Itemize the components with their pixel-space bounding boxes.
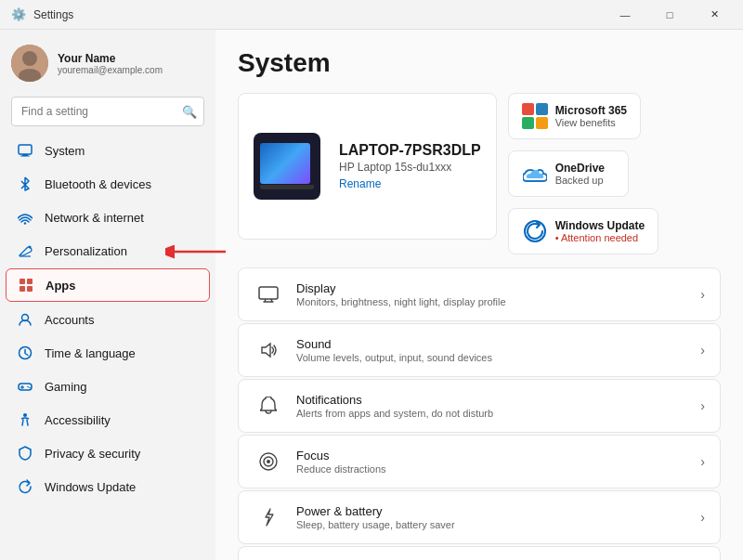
winupdate-status[interactable]: Windows Update • Attention needed (508, 208, 659, 254)
device-info: LAPTOP-7PSR3DLP HP Laptop 15s-du1xxx Ren… (339, 142, 481, 191)
title-bar-left: ⚙️ Settings (11, 7, 73, 21)
nav-accessibility-label: Accessibility (45, 413, 111, 427)
bluetooth-icon (17, 176, 33, 192)
setting-display[interactable]: Display Monitors, brightness, night ligh… (238, 267, 721, 321)
svg-rect-3 (19, 145, 32, 154)
power-chevron: › (700, 510, 705, 525)
nav-system-label: System (45, 144, 85, 158)
gaming-icon (17, 378, 33, 395)
nav-gaming[interactable]: Gaming (6, 371, 210, 402)
nav-privacy[interactable]: Privacy & security (6, 437, 210, 469)
accounts-icon (17, 311, 33, 328)
laptop-base (260, 185, 314, 189)
nav-accessibility[interactable]: Accessibility (6, 404, 210, 436)
search-input[interactable] (11, 97, 204, 126)
accessibility-icon (17, 411, 33, 428)
winupdate-subtitle: • Attention needed (555, 232, 645, 243)
ms365-subtitle: View benefits (555, 117, 627, 128)
rename-link[interactable]: Rename (339, 177, 381, 190)
laptop-screen (260, 143, 310, 184)
device-image (254, 133, 320, 200)
sound-text: Sound Volume levels, output, input, soun… (296, 337, 687, 363)
notifications-text: Notifications Alerts from apps and syste… (296, 393, 687, 419)
winupdate-text: Windows Update • Attention needed (555, 219, 645, 243)
search-icon: 🔍 (182, 105, 197, 119)
power-icon (254, 502, 283, 532)
display-title: Display (296, 281, 687, 295)
nav-network[interactable]: Network & internet (6, 202, 210, 233)
device-card: LAPTOP-7PSR3DLP HP Laptop 15s-du1xxx Ren… (238, 93, 497, 240)
focus-text: Focus Reduce distractions (296, 449, 687, 475)
svg-point-33 (267, 460, 270, 463)
privacy-icon (17, 445, 33, 462)
notifications-title: Notifications (296, 393, 687, 407)
system-icon (17, 142, 33, 159)
svg-point-20 (23, 413, 27, 417)
sound-icon (254, 335, 283, 365)
title-bar: ⚙️ Settings — □ ✕ (0, 0, 743, 30)
nav-personalization-label: Personalization (45, 244, 127, 258)
nav-update[interactable]: Windows Update (6, 471, 210, 502)
setting-storage[interactable]: Storage Storage space, drives, configura… (238, 546, 721, 560)
svg-rect-24 (522, 117, 534, 129)
winupdate-title: Windows Update (555, 219, 645, 232)
svg-point-7 (29, 246, 32, 249)
svg-point-19 (29, 387, 31, 389)
power-text: Power & battery Sleep, battery usage, ba… (296, 504, 687, 530)
apps-icon (18, 277, 34, 293)
device-model: HP Laptop 15s-du1xxx (339, 161, 481, 174)
search-box: 🔍 (11, 97, 204, 126)
nav-update-label: Windows Update (45, 480, 136, 494)
svg-point-1 (22, 51, 37, 66)
nav-bluetooth[interactable]: Bluetooth & devices (6, 168, 210, 200)
setting-notifications[interactable]: Notifications Alerts from apps and syste… (238, 379, 721, 433)
svg-rect-9 (20, 279, 25, 284)
setting-focus[interactable]: Focus Reduce distractions › (238, 435, 721, 488)
notifications-chevron: › (700, 398, 705, 413)
notifications-icon (254, 391, 283, 421)
winupdate-icon (522, 218, 548, 244)
user-email: youremail@example.com (58, 65, 163, 75)
svg-rect-27 (259, 287, 278, 299)
svg-point-6 (24, 222, 26, 224)
nav-privacy-label: Privacy & security (45, 447, 140, 461)
onedrive-status[interactable]: OneDrive Backed up (508, 150, 629, 197)
quick-status: Microsoft 365 View benefits OneDrive (508, 93, 721, 254)
time-icon (17, 345, 33, 361)
settings-icon: ⚙️ (11, 7, 26, 21)
nav-time[interactable]: Time & language (6, 337, 210, 369)
maximize-button[interactable]: □ (648, 0, 691, 30)
onedrive-title: OneDrive (555, 162, 605, 175)
nav-system[interactable]: System (6, 135, 210, 166)
setting-power[interactable]: Power & battery Sleep, battery usage, ba… (238, 490, 721, 544)
onedrive-text: OneDrive Backed up (555, 162, 605, 186)
title-bar-controls: — □ ✕ (604, 0, 736, 30)
nav-gaming-label: Gaming (45, 380, 87, 394)
svg-rect-12 (27, 286, 33, 292)
svg-rect-25 (536, 117, 548, 129)
nav-personalization[interactable]: Personalization (6, 235, 210, 267)
focus-chevron: › (700, 454, 705, 469)
notifications-desc: Alerts from apps and system, do not dist… (296, 408, 687, 419)
user-profile[interactable]: Your Name youremail@example.com (0, 37, 215, 93)
ms365-status[interactable]: Microsoft 365 View benefits (508, 93, 641, 139)
device-name: LAPTOP-7PSR3DLP (339, 142, 481, 159)
svg-rect-23 (536, 103, 548, 115)
sound-chevron: › (700, 343, 705, 358)
display-chevron: › (700, 287, 705, 302)
power-desc: Sleep, battery usage, battery saver (296, 519, 687, 530)
focus-icon (254, 447, 283, 476)
nav-accounts[interactable]: Accounts (6, 304, 210, 335)
nav-network-label: Network & internet (45, 211, 144, 225)
sound-desc: Volume levels, output, input, sound devi… (296, 352, 687, 363)
setting-sound[interactable]: Sound Volume levels, output, input, soun… (238, 323, 721, 377)
nav-apps[interactable]: Apps (6, 268, 210, 302)
svg-point-18 (27, 386, 29, 388)
svg-rect-5 (20, 156, 30, 157)
ms365-text: Microsoft 365 View benefits (555, 104, 627, 128)
focus-desc: Reduce distractions (296, 463, 687, 475)
focus-title: Focus (296, 449, 687, 462)
minimize-button[interactable]: — (604, 0, 646, 30)
close-button[interactable]: ✕ (693, 0, 736, 30)
ms365-icon (522, 103, 548, 129)
